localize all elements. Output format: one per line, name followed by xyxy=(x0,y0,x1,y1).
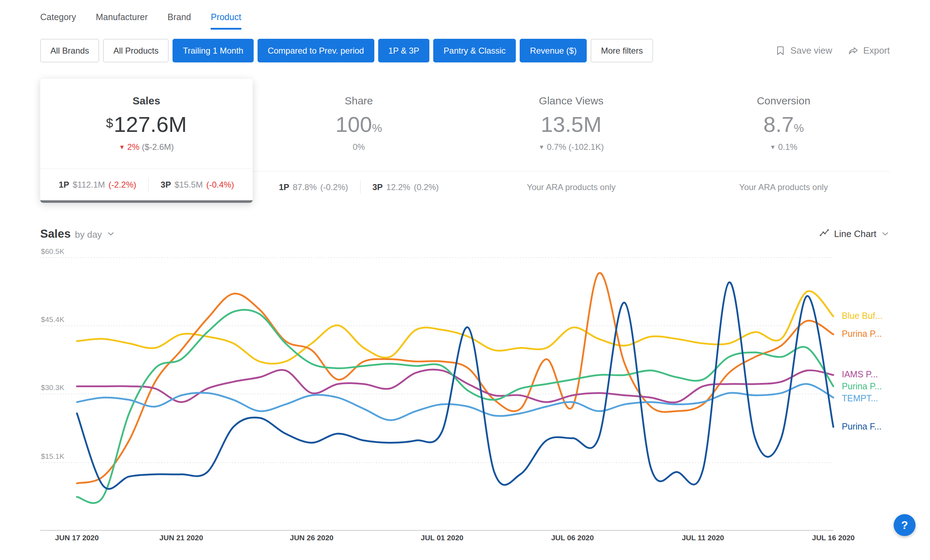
sales-line-chart: $60.5K$45.4K$30.3K$15.1KJUN 17 2020JUN 2… xyxy=(40,242,890,552)
kpi-change-glance-views: ▼ 0.7% (-102.1K) xyxy=(465,142,677,152)
kpi-card-share[interactable]: Share 100% 0% 1P 87.8% (-0.2%) 3P 12.2% … xyxy=(253,78,465,203)
kpi-value-share: 100% xyxy=(253,112,465,137)
analytics-dashboard: Category Manufacturer Brand Product All … xyxy=(0,0,930,560)
kpi-value-glance-views: 13.5M xyxy=(465,112,677,137)
series-label-5[interactable]: Purina F... xyxy=(842,422,882,432)
kpi-breakdown-share: 1P 87.8% (-0.2%) 3P 12.2% (0.2%) xyxy=(253,171,465,203)
export-button[interactable]: Export xyxy=(848,45,890,57)
x-axis-tick-label: JUL 16 2020 xyxy=(812,534,855,542)
divider xyxy=(148,178,149,192)
tab-brand[interactable]: Brand xyxy=(168,12,191,29)
export-arrow-icon xyxy=(848,45,859,57)
chart-type-selector[interactable]: Line Chart xyxy=(819,228,890,240)
bookmark-icon xyxy=(775,45,786,57)
tab-product[interactable]: Product xyxy=(211,12,241,29)
series-label-4[interactable]: TEMPT... xyxy=(842,393,878,403)
chevron-down-icon xyxy=(881,229,890,238)
x-axis-tick-label: JUL 01 2020 xyxy=(421,534,463,542)
series-label-3[interactable]: Purina P... xyxy=(842,381,882,391)
x-axis-tick-label: JUN 26 2020 xyxy=(289,534,333,542)
filter-compared-to-prev-period-button[interactable]: Compared to Prev. period xyxy=(257,39,374,62)
series-line-5 xyxy=(77,282,833,489)
series-label-2[interactable]: IAMS P... xyxy=(842,369,878,380)
kpi-change-share: 0% xyxy=(253,142,465,152)
x-axis-tick-label: JUN 21 2020 xyxy=(160,534,203,542)
kpi-row: Sales $127.6M ▼ 2% ($-2.6M) 1P $112.1M (… xyxy=(40,78,890,203)
kpi-change-sales: ▼ 2% ($-2.6M) xyxy=(40,142,253,152)
kpi-footnote-glance-views: Your ARA products only xyxy=(465,171,677,203)
x-axis-tick-label: JUN 17 2020 xyxy=(55,534,99,542)
filter-1p-3p-button[interactable]: 1P & 3P xyxy=(378,39,430,62)
export-label: Export xyxy=(863,45,890,56)
kpi-footnote-conversion: Your ARA products only xyxy=(677,171,890,203)
divider xyxy=(360,180,360,194)
kpi-change-conversion: ▼ 0.1% xyxy=(677,142,890,152)
series-line-4 xyxy=(77,384,833,420)
down-triangle-icon: ▼ xyxy=(770,144,776,151)
chart-type-label: Line Chart xyxy=(834,229,876,240)
chart-metric-selector[interactable]: Sales by day xyxy=(40,227,115,240)
filter-revenue-button[interactable]: Revenue ($) xyxy=(520,39,587,62)
kpi-breakdown-sales: 1P $112.1M (-2.2%) 3P $15.5M (-0.4%) xyxy=(40,169,253,200)
tab-manufacturer[interactable]: Manufacturer xyxy=(95,12,148,29)
x-axis-tick-label: JUL 11 2020 xyxy=(682,534,724,542)
filter-trailing-1-month-button[interactable]: Trailing 1 Month xyxy=(172,39,253,62)
filter-all-products-button[interactable]: All Products xyxy=(103,39,169,62)
kpi-value-conversion: 8.7% xyxy=(677,112,890,137)
kpi-title-conversion: Conversion xyxy=(677,95,890,107)
view-actions: Save view Export xyxy=(775,45,890,57)
kpi-card-conversion[interactable]: Conversion 8.7% ▼ 0.1% Your ARA products… xyxy=(677,78,890,203)
kpi-title-glance-views: Glance Views xyxy=(465,95,677,107)
filter-buttons: All Brands All Products Trailing 1 Month… xyxy=(40,39,653,62)
down-triangle-icon: ▼ xyxy=(539,144,545,151)
help-button[interactable]: ? xyxy=(894,514,916,536)
y-axis-tick-label: $45.4K xyxy=(41,315,65,324)
filter-pantry-classic-button[interactable]: Pantry & Classic xyxy=(433,39,516,62)
series-label-1[interactable]: Purina P... xyxy=(842,329,882,339)
x-axis-tick-label: JUL 06 2020 xyxy=(551,534,594,542)
top-tabs: Category Manufacturer Brand Product xyxy=(0,0,930,29)
kpi-card-sales[interactable]: Sales $127.6M ▼ 2% ($-2.6M) 1P $112.1M (… xyxy=(40,78,253,203)
more-filters-button[interactable]: More filters xyxy=(591,39,653,62)
save-view-button[interactable]: Save view xyxy=(775,45,832,57)
breakdown-3p: 3P $15.5M (-0.4%) xyxy=(160,180,234,190)
chart-header: Sales by day Line Chart xyxy=(40,226,890,242)
breakdown-1p: 1P $112.1M (-2.2%) xyxy=(59,180,137,190)
tab-category[interactable]: Category xyxy=(40,12,76,29)
breakdown-1p: 1P 87.8% (-0.2%) xyxy=(279,182,348,192)
y-axis-tick-label: $60.5K xyxy=(41,247,65,256)
kpi-title-sales: Sales xyxy=(40,95,253,107)
breakdown-3p: 3P 12.2% (0.2%) xyxy=(373,182,439,192)
chart-plot xyxy=(40,254,833,531)
line-chart-icon xyxy=(819,228,830,240)
kpi-title-share: Share xyxy=(253,95,465,107)
kpi-card-glance-views[interactable]: Glance Views 13.5M ▼ 0.7% (-102.1K) Your… xyxy=(465,78,677,203)
y-axis-tick-label: $30.3K xyxy=(41,383,65,392)
filter-all-brands-button[interactable]: All Brands xyxy=(40,39,99,62)
down-triangle-icon: ▼ xyxy=(119,144,125,151)
chart-subtitle: by day xyxy=(75,229,102,240)
save-view-label: Save view xyxy=(790,45,832,56)
y-axis-tick-label: $15.1K xyxy=(41,452,65,460)
filter-bar: All Brands All Products Trailing 1 Month… xyxy=(40,39,890,62)
chevron-down-icon xyxy=(106,229,115,238)
kpi-value-sales: $127.6M xyxy=(40,112,253,137)
chart-title: Sales xyxy=(40,227,71,240)
series-label-0[interactable]: Blue Buf... xyxy=(842,311,882,321)
